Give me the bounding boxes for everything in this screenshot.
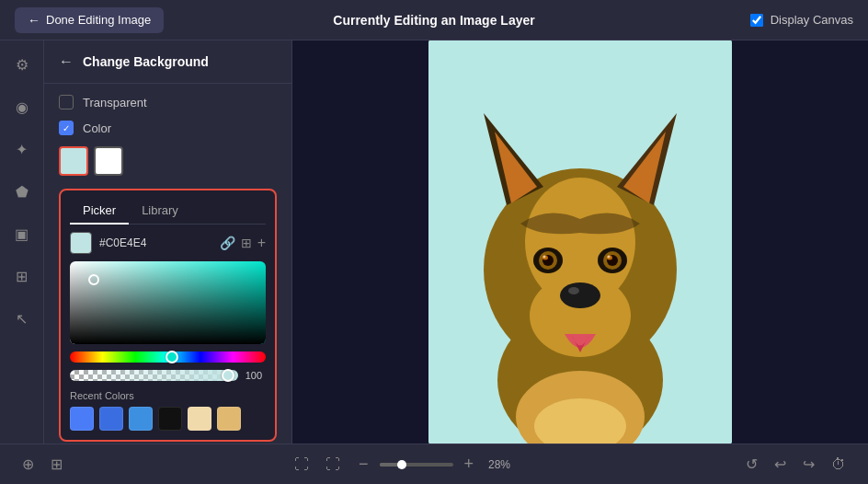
transparent-label: Transparent [83, 96, 147, 109]
transparent-checkbox[interactable] [59, 95, 74, 109]
color-checkbox[interactable]: ✓ [59, 121, 74, 135]
sidebar-icon-paint[interactable]: ⬟ [9, 179, 35, 204]
picker-hex-row: #C0E4E4 🔗 ⊞ + [70, 232, 266, 254]
display-canvas-label: Display Canvas [771, 13, 853, 27]
zoom-controls: − + [353, 453, 479, 476]
transparent-option-row: Transparent [59, 95, 277, 109]
color-picker-popup: Picker Library #C0E4E4 🔗 ⊞ + [59, 189, 277, 442]
bottom-right-controls: ↺ ↩ ↪ ⏱ [742, 452, 850, 477]
sidebar-icon-sparkle[interactable]: ✦ [9, 136, 35, 162]
recent-color-6[interactable] [217, 407, 241, 431]
recent-color-5[interactable] [188, 407, 211, 431]
undo-icon[interactable]: ↩ [771, 452, 790, 477]
panel-body: Transparent ✓ Color Picker Library #C0E4… [44, 84, 291, 444]
sidebar-icon-cursor[interactable]: ↖ [9, 305, 35, 331]
panel-back-button[interactable]: ← [59, 53, 74, 70]
picker-tabs: Picker Library [70, 200, 266, 225]
done-editing-label: Done Editing Image [46, 13, 151, 27]
hue-slider[interactable] [70, 351, 266, 363]
color-swatch-white[interactable] [94, 146, 123, 176]
zoom-slider[interactable] [380, 463, 453, 467]
panel-header: ← Change Background [44, 40, 291, 84]
fit-to-screen-icon[interactable]: ⛶ [291, 453, 313, 477]
zoom-slider-thumb[interactable] [397, 460, 406, 469]
hue-slider-thumb[interactable] [166, 351, 178, 363]
left-sidebar: ⚙ ◉ ✦ ⬟ ▣ ⊞ ↖ [0, 40, 44, 444]
canvas-area [292, 40, 868, 444]
svg-point-6 [568, 287, 579, 294]
link-icon[interactable]: 🔗 [220, 236, 235, 250]
hex-color-swatch [70, 232, 92, 254]
color-gradient-area[interactable] [70, 261, 266, 344]
color-swatch-row [59, 146, 277, 176]
grid-icon[interactable]: ⊞ [241, 236, 252, 250]
recent-color-2[interactable] [99, 407, 123, 431]
alpha-value: 100 [246, 370, 262, 381]
alpha-slider-thumb[interactable] [222, 369, 234, 382]
recent-color-1[interactable] [70, 407, 94, 431]
sidebar-icon-sliders[interactable]: ⚙ [9, 52, 35, 77]
sidebar-icon-layers[interactable]: ▣ [9, 221, 35, 247]
zoom-value: 28% [488, 458, 518, 471]
tab-picker[interactable]: Picker [70, 200, 129, 225]
recent-color-4[interactable] [158, 407, 182, 431]
bottom-left-controls: ⊕ ⊞ [18, 452, 66, 477]
color-option-row: ✓ Color [59, 121, 277, 135]
zoom-in-button[interactable]: + [459, 453, 480, 476]
color-swatch-teal[interactable] [59, 146, 88, 176]
history-icon[interactable]: ⏱ [828, 453, 850, 477]
back-arrow-icon: ← [28, 13, 40, 28]
display-canvas-toggle[interactable]: Display Canvas [750, 13, 853, 27]
zoom-out-button[interactable]: − [353, 453, 374, 476]
sidebar-icon-image[interactable]: ⊞ [9, 263, 35, 289]
resize-icon[interactable]: ⛶ [322, 453, 344, 477]
layers-bottom-icon[interactable]: ⊕ [18, 452, 38, 477]
display-canvas-checkbox[interactable] [750, 14, 763, 27]
recent-color-3[interactable] [129, 407, 153, 431]
svg-point-5 [560, 282, 600, 308]
panel-title: Change Background [83, 54, 209, 69]
redo-icon[interactable]: ↪ [799, 452, 818, 477]
recent-colors-label: Recent Colors [70, 390, 266, 401]
bottom-center-controls: ⛶ ⛶ − + 28% [291, 453, 518, 477]
dog-svg [428, 40, 732, 444]
grid-bottom-icon[interactable]: ⊞ [47, 452, 66, 477]
bottom-bar: ⊕ ⊞ ⛶ ⛶ − + 28% ↺ ↩ ↪ ⏱ [0, 444, 868, 484]
svg-point-11 [543, 256, 546, 259]
done-editing-button[interactable]: ← Done Editing Image [15, 7, 164, 33]
alpha-slider[interactable] [70, 370, 238, 381]
gradient-picker-handle[interactable] [88, 274, 99, 285]
color-label: Color [83, 121, 111, 135]
svg-point-16 [608, 256, 611, 259]
top-bar-title: Currently Editing an Image Layer [333, 13, 534, 28]
refresh-icon[interactable]: ↺ [742, 452, 761, 477]
sidebar-icon-eye[interactable]: ◉ [9, 94, 35, 120]
tab-library[interactable]: Library [129, 200, 191, 225]
change-background-panel: ← Change Background Transparent ✓ Color … [44, 40, 292, 444]
top-bar: ← Done Editing Image Currently Editing a… [0, 0, 868, 40]
gradient-dark-overlay [70, 261, 266, 344]
dog-image-container [428, 40, 732, 444]
recent-colors-row [70, 407, 266, 431]
alpha-row: 100 [70, 370, 238, 381]
picker-hex-icons: 🔗 ⊞ + [220, 235, 266, 251]
hex-value: #C0E4E4 [99, 236, 212, 249]
add-icon[interactable]: + [257, 235, 266, 251]
